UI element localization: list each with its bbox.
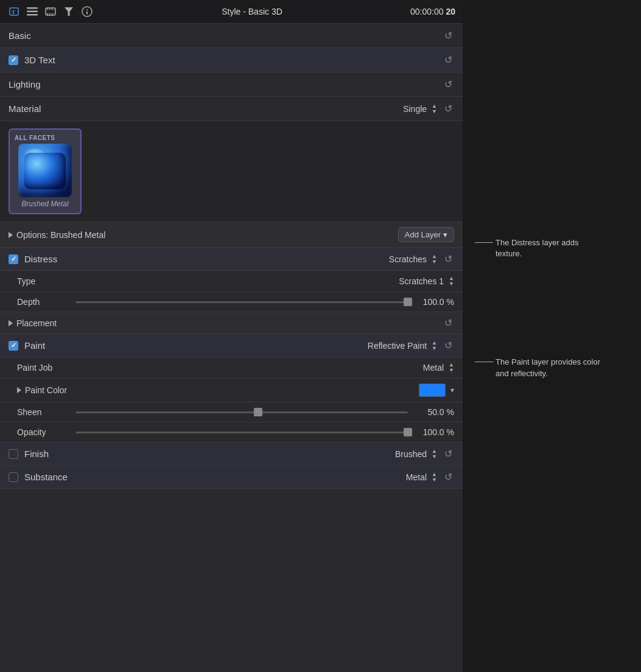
type-label: Type: [17, 276, 66, 286]
placement-row: Placement ↺: [0, 312, 463, 334]
finish-row: Finish Brushed ▲ ▼ ↺: [0, 443, 463, 466]
3dtext-reset[interactable]: ↺: [442, 54, 454, 66]
sheen-row: Sheen 50.0 %: [0, 402, 463, 422]
svg-rect-12: [49, 14, 51, 16]
depth-slider[interactable]: [75, 301, 408, 303]
material-label: Material: [9, 103, 403, 114]
add-layer-button[interactable]: Add Layer ▾: [398, 227, 454, 242]
material-row: Material Single ▲ ▼ ↺: [0, 97, 463, 121]
options-row: Options: Brushed Metal Add Layer ▾: [0, 222, 463, 248]
3dtext-checkbox[interactable]: ✓: [9, 55, 18, 65]
distress-row: ✓ Distress Scratches ▲ ▼ ↺: [0, 248, 463, 271]
sheen-slider[interactable]: [75, 411, 408, 413]
main-panel: T: [0, 0, 463, 672]
svg-rect-17: [86, 12, 88, 15]
svg-rect-3: [27, 11, 38, 13]
list-icon[interactable]: [26, 5, 39, 18]
paint-stepper[interactable]: Reflective Paint ▲ ▼: [368, 340, 437, 351]
placement-label[interactable]: Placement: [9, 318, 437, 328]
substance-value: Metal: [406, 472, 427, 482]
svg-rect-6: [46, 10, 55, 10]
facet-top-label: ALL FACETS: [15, 135, 55, 141]
distress-annotation-text: The Distress layer adds texture.: [496, 237, 605, 259]
substance-checkbox[interactable]: [9, 472, 18, 482]
paint-color-triangle-icon: [17, 387, 21, 393]
basic-reset[interactable]: ↺: [442, 30, 454, 41]
paint-checkbox[interactable]: ✓: [9, 341, 18, 351]
film-icon[interactable]: [44, 5, 57, 18]
substance-reset[interactable]: ↺: [442, 471, 454, 483]
toolbar: T: [0, 0, 463, 24]
3dtext-label: 3D Text: [24, 55, 437, 65]
substance-label: Substance: [24, 472, 406, 482]
color-dropdown-arrow[interactable]: ▾: [450, 386, 454, 394]
finish-checkbox[interactable]: [9, 449, 18, 459]
material-reset[interactable]: ↺: [442, 103, 454, 114]
svg-rect-10: [52, 8, 53, 10]
svg-marker-14: [65, 7, 73, 16]
opacity-value: 100.0 %: [418, 427, 454, 437]
svg-rect-13: [52, 14, 53, 16]
type-row: Type Scratches 1 ▲ ▼: [0, 271, 463, 292]
distress-checkbox[interactable]: ✓: [9, 254, 18, 264]
finish-label: Finish: [24, 449, 395, 459]
options-label[interactable]: Options: Brushed Metal: [9, 230, 398, 240]
distress-stepper[interactable]: Scratches ▲ ▼: [389, 254, 437, 265]
basic-row: Basic ↺: [0, 24, 463, 48]
opacity-slider[interactable]: [75, 432, 408, 433]
depth-row: Depth 100.0 %: [0, 292, 463, 312]
color-swatch[interactable]: [419, 383, 446, 397]
distress-annotation: The Distress layer adds texture.: [475, 237, 629, 259]
paint-annotation: The Paint layer provides color and refle…: [475, 357, 629, 379]
opacity-row: Opacity 100.0 %: [0, 422, 463, 443]
distress-label: Distress: [24, 254, 389, 264]
material-grid: ALL FACETS Brushed Metal: [0, 121, 463, 222]
paint-job-row: Paint Job Metal ▲ ▼: [0, 357, 463, 379]
paint-job-stepper[interactable]: Metal ▲ ▼: [423, 362, 454, 373]
placement-reset[interactable]: ↺: [442, 317, 454, 329]
chevron-down-icon: ▾: [443, 230, 447, 239]
depth-label: Depth: [17, 297, 66, 307]
material-stepper[interactable]: Single ▲ ▼: [403, 103, 437, 114]
facet-preview: [18, 144, 72, 197]
depth-thumb[interactable]: [404, 298, 412, 306]
paint-color-label: Paint Color: [17, 385, 415, 395]
annotation-area: The Distress layer adds texture. The Pai…: [463, 0, 641, 672]
paint-annotation-text: The Paint layer provides color and refle…: [496, 357, 605, 379]
facet-card[interactable]: ALL FACETS Brushed Metal: [9, 128, 82, 214]
opacity-thumb[interactable]: [404, 428, 412, 436]
paint-value: Reflective Paint: [368, 341, 427, 351]
lighting-label: Lighting: [9, 79, 437, 89]
triangle-icon: [9, 232, 13, 238]
paint-job-label: Paint Job: [17, 363, 66, 373]
svg-rect-4: [27, 14, 38, 16]
svg-rect-2: [27, 7, 38, 9]
finish-stepper[interactable]: Brushed ▲ ▼: [395, 449, 437, 460]
distress-value: Scratches: [389, 254, 427, 264]
type-value: Scratches 1: [399, 276, 444, 286]
3dtext-row: ✓ 3D Text ↺: [0, 48, 463, 72]
svg-rect-9: [49, 8, 51, 10]
lighting-row: Lighting ↺: [0, 72, 463, 97]
sheen-thumb[interactable]: [254, 408, 262, 416]
paint-color-row: Paint Color ▾: [0, 379, 463, 402]
info-icon[interactable]: [80, 5, 94, 18]
depth-value: 100.0 %: [418, 297, 454, 307]
finish-value: Brushed: [395, 449, 427, 459]
finish-reset[interactable]: ↺: [442, 448, 454, 460]
type-stepper[interactable]: Scratches 1 ▲ ▼: [399, 276, 454, 287]
filter-icon[interactable]: [62, 5, 75, 18]
substance-stepper[interactable]: Metal ▲ ▼: [406, 472, 437, 483]
distress-reset[interactable]: ↺: [442, 253, 454, 265]
svg-point-16: [86, 9, 88, 10]
text-icon[interactable]: T: [7, 5, 21, 18]
toolbar-time: 00:00:00 20: [410, 7, 455, 16]
svg-rect-8: [47, 8, 48, 10]
paint-reset[interactable]: ↺: [442, 340, 454, 351]
svg-rect-7: [46, 13, 55, 14]
basic-label: Basic: [9, 30, 437, 41]
sheen-label: Sheen: [17, 407, 66, 417]
lighting-reset[interactable]: ↺: [442, 79, 454, 90]
svg-rect-11: [47, 14, 48, 16]
substance-row: Substance Metal ▲ ▼ ↺: [0, 466, 463, 489]
